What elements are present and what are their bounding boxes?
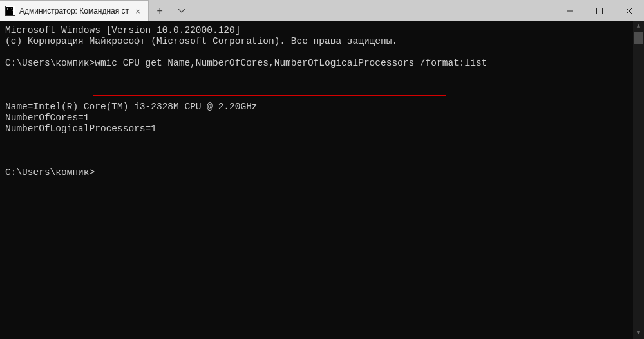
output-cpu-logical: NumberOfLogicalProcessors=1 (5, 124, 156, 134)
new-tab-button[interactable]: + (149, 0, 171, 21)
scrollbar-thumb[interactable] (634, 32, 643, 44)
prompt-path: C:\Users\компик> (5, 58, 95, 68)
output-cpu-name: Name=Intel(R) Core(TM) i3-2328M CPU @ 2.… (5, 102, 258, 112)
version-line: Microsoft Windows [Version 10.0.22000.12… (5, 25, 240, 35)
maximize-button[interactable] (585, 0, 614, 21)
tab-title: Администратор: Командная ст (19, 6, 129, 15)
close-icon: × (135, 6, 140, 16)
scroll-down-arrow[interactable]: ▼ (633, 328, 644, 339)
close-icon (626, 8, 632, 14)
output-cpu-cores: NumberOfCores=1 (5, 113, 90, 123)
window-controls (555, 0, 644, 21)
cmd-icon (5, 6, 15, 16)
close-window-button[interactable] (614, 0, 644, 21)
minimize-icon (567, 8, 573, 14)
prompt-path: C:\Users\компик> (5, 167, 95, 178)
tab-dropdown-button[interactable] (171, 0, 193, 21)
titlebar: Администратор: Командная ст × + (0, 0, 644, 21)
tab-active[interactable]: Администратор: Командная ст × (0, 0, 149, 21)
copyright-line: (c) Корпорация Майкрософт (Microsoft Cor… (5, 36, 397, 46)
plus-icon: + (156, 5, 162, 17)
command-underline-annotation (93, 95, 446, 96)
command-text: wmic CPU get Name,NumberOfCores,NumberOf… (95, 58, 487, 68)
minimize-button[interactable] (555, 0, 585, 21)
scroll-up-arrow[interactable]: ▲ (633, 21, 644, 32)
svg-rect-1 (597, 8, 603, 14)
vertical-scrollbar[interactable]: ▲ ▼ (633, 21, 644, 339)
chevron-down-icon (178, 9, 185, 13)
tab-close-button[interactable]: × (133, 6, 143, 16)
terminal-window: Администратор: Командная ст × + Microsof… (0, 0, 644, 339)
terminal-content[interactable]: Microsoft Windows [Version 10.0.22000.12… (0, 21, 644, 339)
scrollbar-track[interactable] (633, 32, 644, 328)
maximize-icon (596, 8, 603, 14)
